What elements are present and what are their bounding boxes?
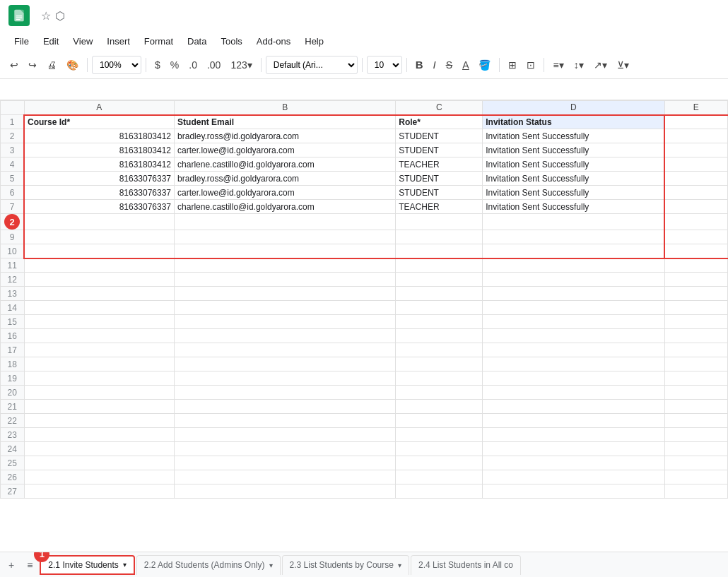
cell-26-B[interactable] <box>175 470 396 484</box>
more-formats-button[interactable]: ⊻▾ <box>613 56 633 73</box>
fill-color-button[interactable]: 🪣 <box>474 56 495 73</box>
cell-24-E[interactable] <box>664 442 728 456</box>
cell-2-B[interactable]: bradley.ross@id.goldyarora.com <box>175 129 396 143</box>
cell-5-D[interactable]: Invitation Sent Successfully <box>483 172 664 186</box>
cell-3-B[interactable]: carter.lowe@id.goldyarora.com <box>175 143 396 157</box>
cell-1-A[interactable]: Course Id* <box>24 115 175 129</box>
col-header-B[interactable]: B <box>175 101 396 115</box>
cell-23-D[interactable] <box>483 428 664 442</box>
cell-22-B[interactable] <box>175 414 396 428</box>
font-size-select[interactable]: 10 <box>367 56 402 74</box>
cell-23-A[interactable] <box>24 428 175 442</box>
cell-22-C[interactable] <box>396 414 483 428</box>
cell-2-D[interactable]: Invitation Sent Successfully <box>483 129 664 143</box>
cell-24-A[interactable] <box>24 442 175 456</box>
cell-15-C[interactable] <box>396 315 483 329</box>
italic-button[interactable]: I <box>429 56 440 73</box>
cell-17-D[interactable] <box>483 343 664 357</box>
cell-26-D[interactable] <box>483 470 664 484</box>
cell-12-E[interactable] <box>664 273 728 287</box>
currency-button[interactable]: $ <box>151 56 165 73</box>
col-header-C[interactable]: C <box>396 101 483 115</box>
cell-8-E[interactable] <box>664 214 728 230</box>
cell-16-B[interactable] <box>175 329 396 343</box>
cell-1-B[interactable]: Student Email <box>175 115 396 129</box>
tab-list-students-course[interactable]: 2.3 List Students by Course ▾ <box>282 555 409 575</box>
tab-list-students-all[interactable]: 2.4 List Students in All co <box>411 555 521 575</box>
cell-9-A[interactable] <box>24 230 175 244</box>
valign-button[interactable]: ↕▾ <box>570 56 588 73</box>
cell-15-A[interactable] <box>24 315 175 329</box>
cell-17-E[interactable] <box>664 343 728 357</box>
bold-button[interactable]: B <box>411 56 428 73</box>
cell-22-D[interactable] <box>483 414 664 428</box>
cell-18-D[interactable] <box>483 357 664 371</box>
cell-19-C[interactable] <box>396 371 483 386</box>
paint-format-button[interactable]: 🎨 <box>62 56 83 73</box>
cell-5-E[interactable] <box>664 172 728 186</box>
decimal-decrease-button[interactable]: .0 <box>184 56 201 73</box>
cell-5-B[interactable]: bradley.ross@id.goldyarora.com <box>175 172 396 186</box>
cell-4-E[interactable] <box>664 157 728 172</box>
cell-5-A[interactable]: 81633076337 <box>24 172 175 186</box>
cell-26-C[interactable] <box>396 470 483 484</box>
cell-18-A[interactable] <box>24 357 175 371</box>
tab-invite-dropdown-icon[interactable]: ▾ <box>123 561 127 569</box>
cell-20-A[interactable] <box>24 386 175 400</box>
menu-edit[interactable]: Edit <box>37 35 64 48</box>
tab-add-admins-dropdown-icon[interactable]: ▾ <box>269 561 273 569</box>
cell-2-A[interactable]: 81631803412 <box>24 129 175 143</box>
cell-6-B[interactable]: carter.lowe@id.goldyarora.com <box>175 186 396 200</box>
cell-13-A[interactable] <box>24 287 175 301</box>
cell-8-D[interactable] <box>483 214 664 230</box>
cell-9-E[interactable] <box>664 230 728 244</box>
cell-9-C[interactable] <box>396 230 483 244</box>
cell-8-C[interactable] <box>396 214 483 230</box>
cell-24-C[interactable] <box>396 442 483 456</box>
cell-6-C[interactable]: STUDENT <box>396 186 483 200</box>
cell-15-E[interactable] <box>664 315 728 329</box>
cell-25-E[interactable] <box>664 456 728 470</box>
tab-list-course-dropdown-icon[interactable]: ▾ <box>398 561 401 569</box>
cell-2-E[interactable] <box>664 129 728 143</box>
cell-6-A[interactable]: 81633076337 <box>24 186 175 200</box>
cell-24-B[interactable] <box>175 442 396 456</box>
cell-10-B[interactable] <box>175 244 396 258</box>
cell-8-B[interactable] <box>175 214 396 230</box>
tab-add-students-admins[interactable]: 2.2 Add Students (Admins Only) ▾ <box>136 555 281 575</box>
cell-23-B[interactable] <box>175 428 396 442</box>
text-rotate-button[interactable]: ↗▾ <box>589 56 611 73</box>
cell-3-C[interactable]: STUDENT <box>396 143 483 157</box>
font-family-select[interactable]: Default (Ari... <box>266 56 358 74</box>
cell-13-C[interactable] <box>396 287 483 301</box>
cell-1-E[interactable] <box>664 115 728 129</box>
cell-19-E[interactable] <box>664 371 728 386</box>
cell-7-C[interactable]: TEACHER <box>396 200 483 214</box>
cell-24-D[interactable] <box>483 442 664 456</box>
cell-20-B[interactable] <box>175 386 396 400</box>
cell-5-C[interactable]: STUDENT <box>396 172 483 186</box>
cell-11-D[interactable] <box>483 258 664 273</box>
drive-icon[interactable]: ⬡ <box>55 9 65 23</box>
cell-25-B[interactable] <box>175 456 396 470</box>
cell-7-B[interactable]: charlene.castillo@id.goldyarora.com <box>175 200 396 214</box>
cell-15-B[interactable] <box>175 315 396 329</box>
format-123-button[interactable]: 123▾ <box>226 56 256 73</box>
cell-21-D[interactable] <box>483 400 664 414</box>
cell-16-E[interactable] <box>664 329 728 343</box>
undo-button[interactable]: ↩ <box>6 56 23 73</box>
menu-tools[interactable]: Tools <box>215 35 247 48</box>
cell-14-E[interactable] <box>664 301 728 315</box>
cell-27-D[interactable] <box>483 484 664 499</box>
cell-3-A[interactable]: 81631803412 <box>24 143 175 157</box>
cell-12-C[interactable] <box>396 273 483 287</box>
cell-9-B[interactable] <box>175 230 396 244</box>
cell-16-A[interactable] <box>24 329 175 343</box>
cell-8-A[interactable] <box>24 214 175 230</box>
cell-7-E[interactable] <box>664 200 728 214</box>
merge-button[interactable]: ⊡ <box>522 56 539 73</box>
col-header-D[interactable]: D <box>483 101 664 115</box>
cell-10-E[interactable] <box>664 244 728 258</box>
cell-17-A[interactable] <box>24 343 175 357</box>
cell-11-C[interactable] <box>396 258 483 273</box>
